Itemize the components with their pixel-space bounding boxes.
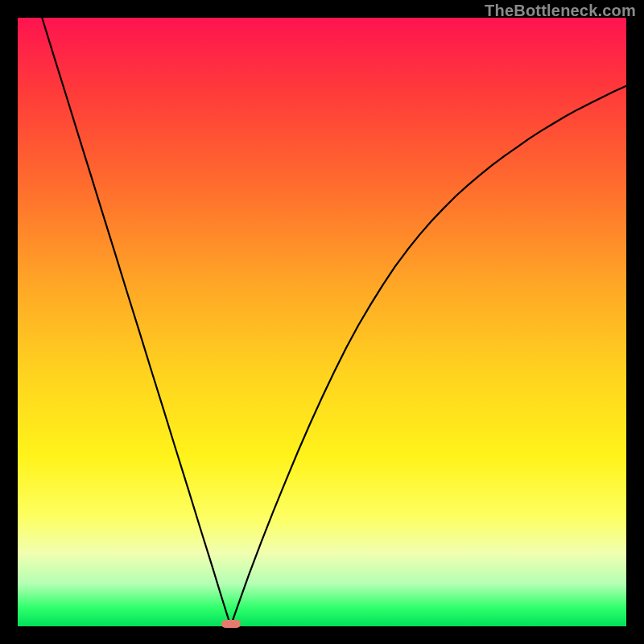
bottleneck-curve (42, 18, 626, 626)
curve-svg (18, 18, 626, 626)
chart-frame: TheBottleneck.com (0, 0, 644, 644)
minimum-marker (221, 620, 241, 628)
plot-area (18, 18, 626, 626)
